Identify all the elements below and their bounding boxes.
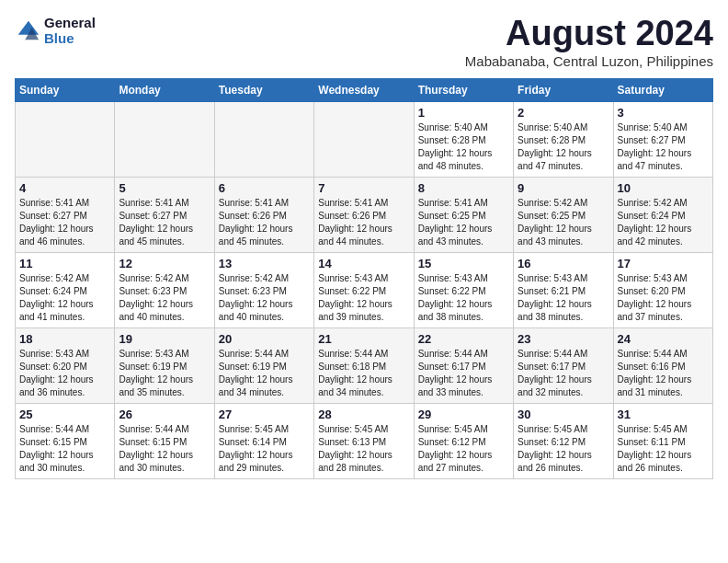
svg-marker-0: [18, 21, 39, 35]
weekday-header: Tuesday: [214, 78, 313, 101]
calendar-day-cell: 12Sunrise: 5:42 AM Sunset: 6:23 PM Dayli…: [115, 252, 214, 327]
title-block: August 2024 Mababanaba, Central Luzon, P…: [465, 15, 713, 69]
calendar-day-cell: 21Sunrise: 5:44 AM Sunset: 6:18 PM Dayli…: [314, 327, 414, 403]
location: Mababanaba, Central Luzon, Philippines: [465, 53, 713, 69]
calendar-day-cell: 30Sunrise: 5:45 AM Sunset: 6:12 PM Dayli…: [514, 403, 613, 478]
day-number: 13: [219, 257, 310, 270]
day-number: 27: [219, 408, 310, 421]
calendar-day-cell: 20Sunrise: 5:44 AM Sunset: 6:19 PM Dayli…: [214, 327, 313, 403]
day-info: Sunrise: 5:44 AM Sunset: 6:17 PM Dayligh…: [518, 348, 609, 399]
day-number: 31: [618, 408, 709, 421]
day-number: 22: [418, 332, 509, 346]
weekday-header: Wednesday: [314, 78, 414, 101]
page-header: General Blue August 2024 Mababanaba, Cen…: [15, 15, 713, 69]
calendar-day-cell: 17Sunrise: 5:43 AM Sunset: 6:20 PM Dayli…: [613, 252, 712, 327]
calendar-day-cell: 15Sunrise: 5:43 AM Sunset: 6:22 PM Dayli…: [414, 252, 513, 327]
calendar-day-cell: 25Sunrise: 5:44 AM Sunset: 6:15 PM Dayli…: [16, 403, 115, 478]
weekday-header-row: SundayMondayTuesdayWednesdayThursdayFrid…: [16, 78, 713, 101]
day-info: Sunrise: 5:41 AM Sunset: 6:26 PM Dayligh…: [318, 197, 409, 248]
day-info: Sunrise: 5:43 AM Sunset: 6:19 PM Dayligh…: [119, 348, 210, 399]
calendar-week-row: 18Sunrise: 5:43 AM Sunset: 6:20 PM Dayli…: [16, 327, 713, 403]
day-number: 26: [119, 408, 210, 421]
logo: General Blue: [15, 15, 96, 46]
calendar-day-cell: 9Sunrise: 5:42 AM Sunset: 6:25 PM Daylig…: [514, 177, 613, 252]
calendar-day-cell: 4Sunrise: 5:41 AM Sunset: 6:27 PM Daylig…: [16, 177, 115, 252]
calendar-day-cell: [214, 101, 313, 177]
day-number: 20: [219, 332, 310, 346]
calendar-day-cell: 24Sunrise: 5:44 AM Sunset: 6:16 PM Dayli…: [613, 327, 712, 403]
calendar-table: SundayMondayTuesdayWednesdayThursdayFrid…: [15, 78, 713, 479]
day-number: 2: [518, 106, 609, 120]
calendar-day-cell: 11Sunrise: 5:42 AM Sunset: 6:24 PM Dayli…: [16, 252, 115, 327]
calendar-day-cell: [16, 101, 115, 177]
day-number: 5: [119, 181, 210, 195]
calendar-week-row: 11Sunrise: 5:42 AM Sunset: 6:24 PM Dayli…: [16, 252, 713, 327]
weekday-header: Thursday: [414, 78, 513, 101]
day-number: 14: [318, 257, 409, 270]
calendar-day-cell: 5Sunrise: 5:41 AM Sunset: 6:27 PM Daylig…: [115, 177, 214, 252]
calendar-day-cell: [115, 101, 214, 177]
day-number: 3: [618, 106, 709, 120]
day-info: Sunrise: 5:41 AM Sunset: 6:25 PM Dayligh…: [418, 197, 509, 248]
day-info: Sunrise: 5:42 AM Sunset: 6:23 PM Dayligh…: [119, 272, 210, 324]
day-info: Sunrise: 5:43 AM Sunset: 6:22 PM Dayligh…: [418, 272, 509, 324]
day-info: Sunrise: 5:45 AM Sunset: 6:11 PM Dayligh…: [618, 423, 709, 475]
logo-icon: [15, 17, 40, 43]
calendar-day-cell: 29Sunrise: 5:45 AM Sunset: 6:12 PM Dayli…: [414, 403, 513, 478]
day-number: 11: [19, 257, 110, 270]
calendar-day-cell: 14Sunrise: 5:43 AM Sunset: 6:22 PM Dayli…: [314, 252, 414, 327]
day-info: Sunrise: 5:44 AM Sunset: 6:17 PM Dayligh…: [418, 348, 509, 399]
day-number: 12: [119, 257, 210, 270]
day-number: 29: [418, 408, 509, 421]
calendar-day-cell: 23Sunrise: 5:44 AM Sunset: 6:17 PM Dayli…: [514, 327, 613, 403]
weekday-header: Saturday: [613, 78, 712, 101]
weekday-header: Friday: [514, 78, 613, 101]
calendar-day-cell: 3Sunrise: 5:40 AM Sunset: 6:27 PM Daylig…: [613, 101, 712, 177]
calendar-week-row: 25Sunrise: 5:44 AM Sunset: 6:15 PM Dayli…: [16, 403, 713, 478]
day-number: 18: [19, 332, 110, 346]
day-number: 17: [618, 257, 709, 270]
day-info: Sunrise: 5:40 AM Sunset: 6:27 PM Dayligh…: [618, 121, 709, 173]
day-number: 10: [618, 181, 709, 195]
month-year: August 2024: [465, 15, 713, 53]
day-info: Sunrise: 5:41 AM Sunset: 6:27 PM Dayligh…: [119, 197, 210, 248]
day-number: 9: [518, 181, 609, 195]
calendar-day-cell: [314, 101, 414, 177]
day-info: Sunrise: 5:44 AM Sunset: 6:16 PM Dayligh…: [618, 348, 709, 399]
calendar-day-cell: 16Sunrise: 5:43 AM Sunset: 6:21 PM Dayli…: [514, 252, 613, 327]
day-info: Sunrise: 5:44 AM Sunset: 6:18 PM Dayligh…: [318, 348, 409, 399]
day-info: Sunrise: 5:43 AM Sunset: 6:20 PM Dayligh…: [19, 348, 110, 399]
calendar-day-cell: 18Sunrise: 5:43 AM Sunset: 6:20 PM Dayli…: [16, 327, 115, 403]
day-info: Sunrise: 5:41 AM Sunset: 6:26 PM Dayligh…: [219, 197, 310, 248]
calendar-day-cell: 31Sunrise: 5:45 AM Sunset: 6:11 PM Dayli…: [613, 403, 712, 478]
calendar-day-cell: 13Sunrise: 5:42 AM Sunset: 6:23 PM Dayli…: [214, 252, 313, 327]
day-info: Sunrise: 5:40 AM Sunset: 6:28 PM Dayligh…: [518, 121, 609, 173]
day-number: 23: [518, 332, 609, 346]
day-number: 30: [518, 408, 609, 421]
weekday-header: Sunday: [16, 78, 115, 101]
day-info: Sunrise: 5:43 AM Sunset: 6:22 PM Dayligh…: [318, 272, 409, 324]
day-number: 6: [219, 181, 310, 195]
day-info: Sunrise: 5:45 AM Sunset: 6:14 PM Dayligh…: [219, 423, 310, 475]
day-number: 21: [318, 332, 409, 346]
day-info: Sunrise: 5:43 AM Sunset: 6:20 PM Dayligh…: [618, 272, 709, 324]
calendar-day-cell: 10Sunrise: 5:42 AM Sunset: 6:24 PM Dayli…: [613, 177, 712, 252]
day-info: Sunrise: 5:40 AM Sunset: 6:28 PM Dayligh…: [418, 121, 509, 173]
calendar-day-cell: 8Sunrise: 5:41 AM Sunset: 6:25 PM Daylig…: [414, 177, 513, 252]
day-number: 19: [119, 332, 210, 346]
day-number: 8: [418, 181, 509, 195]
day-number: 4: [19, 181, 110, 195]
calendar-day-cell: 19Sunrise: 5:43 AM Sunset: 6:19 PM Dayli…: [115, 327, 214, 403]
day-number: 1: [418, 106, 509, 120]
day-info: Sunrise: 5:42 AM Sunset: 6:24 PM Dayligh…: [618, 197, 709, 248]
day-number: 7: [318, 181, 409, 195]
day-info: Sunrise: 5:43 AM Sunset: 6:21 PM Dayligh…: [518, 272, 609, 324]
calendar-week-row: 1Sunrise: 5:40 AM Sunset: 6:28 PM Daylig…: [16, 101, 713, 177]
day-number: 16: [518, 257, 609, 270]
logo-general: General: [44, 15, 96, 30]
day-number: 24: [618, 332, 709, 346]
day-info: Sunrise: 5:42 AM Sunset: 6:25 PM Dayligh…: [518, 197, 609, 248]
calendar-day-cell: 2Sunrise: 5:40 AM Sunset: 6:28 PM Daylig…: [514, 101, 613, 177]
calendar-day-cell: 6Sunrise: 5:41 AM Sunset: 6:26 PM Daylig…: [214, 177, 313, 252]
day-info: Sunrise: 5:41 AM Sunset: 6:27 PM Dayligh…: [19, 197, 110, 248]
